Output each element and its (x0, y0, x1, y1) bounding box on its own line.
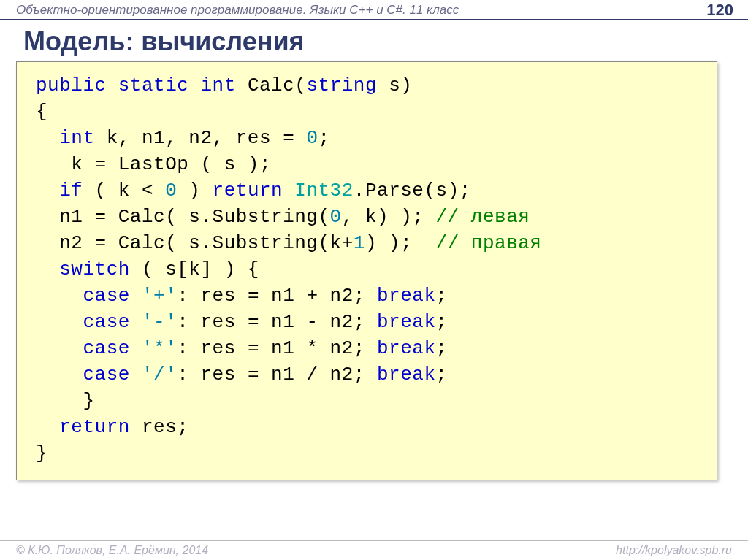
kw-public: public (36, 74, 107, 96)
code-box: public static int Calc(string s) { int k… (16, 61, 717, 480)
kw-static: static (118, 74, 189, 96)
comment-right: // правая (436, 232, 542, 254)
slide: Объектно-ориентированное программировани… (0, 0, 748, 560)
comment-left: // левая (436, 206, 530, 228)
slide-title: Модель: вычисления (23, 26, 732, 57)
header-title: Объектно-ориентированное программировани… (16, 3, 459, 18)
fn-calc: Calc (248, 74, 294, 96)
code-listing: public static int Calc(string s) { int k… (36, 72, 699, 467)
kw-return-1: return (213, 180, 283, 202)
kw-if: if (59, 180, 83, 202)
page-number: 120 (706, 1, 733, 20)
footer-bar: © К.Ю. Поляков, Е.А. Ерёмин, 2014 http:/… (0, 540, 748, 557)
footer-right: http://kpolyakov.spb.ru (616, 544, 732, 557)
header-bar: Объектно-ориентированное программировани… (0, 0, 748, 20)
kw-return-2: return (59, 416, 130, 438)
kw-int-ret: int (200, 74, 235, 96)
kw-switch: switch (59, 258, 130, 280)
slide-body: Модель: вычисления public static int Cal… (0, 20, 748, 480)
kw-int32: Int32 (294, 180, 354, 202)
footer-left: © К.Ю. Поляков, Е.А. Ерёмин, 2014 (16, 544, 208, 557)
kw-string: string (306, 74, 377, 96)
kw-int-decl: int (59, 127, 94, 149)
